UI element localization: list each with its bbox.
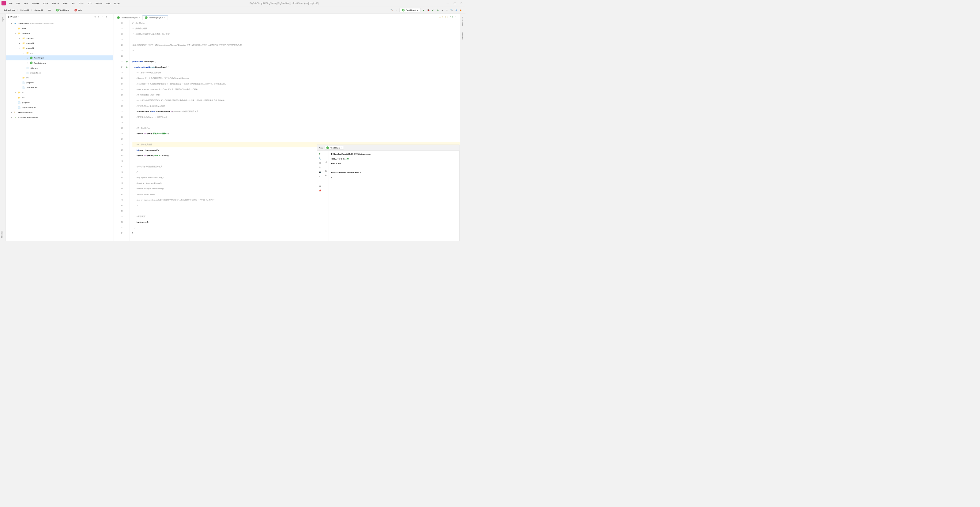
tree-item-chapter01[interactable]: ▸📁chapter01: [6, 35, 113, 40]
ide-errors-icon[interactable]: ▶: [460, 9, 463, 12]
tree-item-01javase[interactable]: ▾📁01JavaSE: [6, 30, 113, 35]
tree-item-bigdatastudy-iml[interactable]: 📄BigDataStudy.iml: [6, 105, 113, 110]
up-stack-icon[interactable]: ↑: [326, 152, 326, 154]
tree-item--gitignore[interactable]: 📄.gitignore: [6, 65, 113, 70]
menu-code[interactable]: Code: [41, 2, 50, 4]
stop-icon[interactable]: ■: [441, 9, 444, 12]
menu-view[interactable]: View: [22, 2, 30, 4]
run-console-output[interactable]: D:\Develop\Java\jdk1.8.0_371\bin\java.ex…: [329, 151, 460, 241]
structure-tool-tab[interactable]: Structure: [0, 229, 4, 239]
scroll-to-end-icon[interactable]: ⤓: [325, 165, 327, 167]
tree-item-chapter03[interactable]: ▾📁chapter03: [6, 46, 113, 51]
back-icon[interactable]: ↩: [395, 9, 398, 12]
line-number-gutter[interactable]: 1617181920212223242526272829303132333435…: [114, 20, 125, 241]
camera-icon[interactable]: 📷: [319, 171, 321, 173]
navigation-bar: BigDataStudy〉01JavaSE〉chapter03〉src〉CTes…: [0, 6, 466, 14]
inspection-widget[interactable]: ▲ 4 △ 1 ✓ 1 ˆ ˅: [438, 15, 458, 18]
breadcrumb-item[interactable]: CTest05Input: [56, 9, 70, 12]
settings-icon[interactable]: ⚙: [106, 16, 108, 18]
tree-item-teststatement[interactable]: ▸CTestStatement: [6, 60, 113, 65]
tree-item-chapter02[interactable]: ▸📁chapter02: [6, 41, 113, 46]
editor-tabs: CTestStatement.java×CTest05Input.java×: [114, 14, 460, 20]
pin-icon[interactable]: 📌: [319, 189, 321, 192]
view-mode-icon[interactable]: ▦: [319, 185, 321, 188]
editor-tab[interactable]: CTest05Input.java×: [142, 15, 168, 20]
hide-icon[interactable]: —: [110, 16, 111, 18]
dump-threads-icon[interactable]: ⎘: [320, 166, 321, 168]
tree-item-bigdatastudy[interactable]: ▾▣BigDataStudyD:\DingJiaxiong\BigDataStu…: [6, 21, 113, 26]
tree-item-out[interactable]: ▸📁out: [6, 90, 113, 95]
run-icon[interactable]: ▶: [422, 9, 425, 12]
app-icon: [2, 1, 6, 5]
sync-icon[interactable]: ⊕: [455, 9, 458, 12]
left-tool-gutter: Project Structure: [0, 14, 6, 241]
close-icon[interactable]: ✕: [460, 2, 463, 5]
breadcrumb-item[interactable]: BigDataStudy: [3, 9, 16, 12]
exit-icon[interactable]: ⇤: [320, 175, 321, 178]
tree-item--idea[interactable]: 📁.idea: [6, 26, 113, 30]
run-config-selector[interactable]: C Test05Input ▾: [399, 8, 420, 12]
menu-run[interactable]: Run: [70, 2, 77, 4]
database-tool-tab[interactable]: Database: [461, 30, 464, 41]
close-tab-icon[interactable]: ×: [164, 16, 165, 19]
menu-refactor[interactable]: Refactor: [50, 2, 61, 4]
tree-item-01javase-iml[interactable]: 📄01JavaSE.iml: [6, 85, 113, 90]
menu-help[interactable]: Help: [105, 2, 112, 4]
expand-all-icon[interactable]: ≡: [98, 16, 100, 18]
select-opened-file-icon[interactable]: ⊙: [94, 16, 96, 18]
tree-item-src[interactable]: ▾📁src: [6, 51, 113, 56]
warning-count: 4: [442, 16, 442, 18]
collapse-all-icon[interactable]: ⇥: [102, 16, 103, 18]
tree-item-test05input[interactable]: ▸CTest05Input: [6, 56, 113, 60]
tree-item--gitignore[interactable]: 📄.gitignore: [6, 80, 113, 85]
project-panel-header: ▦ Project ▾ ⊙ ≡ ⇥ ⚙ —: [6, 14, 113, 20]
stop-icon[interactable]: 🔧: [319, 157, 321, 159]
run-tab-label: Test05Input: [331, 147, 340, 149]
run-tab[interactable]: C Test05Input ×: [325, 146, 344, 149]
project-tree[interactable]: ▾▣BigDataStudyD:\DingJiaxiong\BigDataStu…: [6, 20, 113, 241]
coverage-icon[interactable]: ⬈: [431, 9, 434, 12]
layout-icon[interactable]: ▥: [319, 162, 321, 164]
menu-vcs[interactable]: VCS: [86, 2, 94, 4]
breadcrumb-item[interactable]: chapter03: [34, 9, 43, 12]
project-tool-tab[interactable]: Project: [2, 15, 4, 24]
menu-edit[interactable]: Edit: [14, 2, 22, 4]
menu-plugin[interactable]: Plugin: [112, 2, 122, 4]
breadcrumb-item[interactable]: src: [48, 9, 51, 12]
menu-tools[interactable]: Tools: [77, 2, 86, 4]
menu-file[interactable]: File: [7, 2, 14, 4]
chevron-up-down-icon[interactable]: ˆ ˅: [455, 16, 457, 18]
down-stack-icon[interactable]: ↓: [326, 156, 326, 159]
notifications-tool-tab[interactable]: Notifications: [461, 15, 464, 28]
close-tab-icon[interactable]: ×: [341, 147, 342, 149]
breadcrumb-item[interactable]: mmain: [74, 9, 83, 12]
tree-item-scratches-and-consoles[interactable]: ▸✎Scratches and Consoles: [6, 115, 113, 120]
chevron-down-icon[interactable]: ▾: [18, 16, 19, 18]
tree-item-src[interactable]: 📁src: [6, 95, 113, 100]
tree-item--gitignore[interactable]: 📄.gitignore: [6, 100, 113, 105]
rerun-icon[interactable]: ▶: [318, 152, 321, 155]
search-everywhere-icon[interactable]: 🔍: [450, 9, 453, 12]
minimize-icon[interactable]: —: [447, 2, 449, 5]
menu-window[interactable]: Window: [94, 2, 104, 4]
project-header-title: Project: [10, 16, 17, 18]
profiler-icon[interactable]: ◉: [436, 9, 439, 12]
breadcrumb: BigDataStudy〉01JavaSE〉chapter03〉src〉CTes…: [3, 9, 390, 12]
close-tab-icon[interactable]: ×: [139, 16, 140, 19]
build-icon[interactable]: 🔨: [390, 9, 393, 12]
menu-build[interactable]: Build: [61, 2, 70, 4]
editor-tab[interactable]: CTestStatement.java×: [115, 15, 142, 20]
gutter-icons[interactable]: ▶▶: [125, 20, 130, 241]
breadcrumb-item[interactable]: 01JavaSE: [20, 9, 30, 12]
debug-icon[interactable]: 🐞: [427, 9, 430, 12]
tree-item-chapter03-iml[interactable]: 📄chapter03.iml: [6, 70, 113, 75]
git-update-icon[interactable]: ⤓: [445, 9, 449, 12]
menu-navigate[interactable]: Navigate: [30, 2, 41, 4]
maximize-icon[interactable]: ▢: [453, 2, 456, 5]
tree-item-src[interactable]: 📁src: [6, 75, 113, 80]
print-icon[interactable]: 🖶: [325, 170, 327, 172]
tree-item-external-libraries[interactable]: ▸⊪External Libraries: [6, 110, 113, 115]
clear-all-icon[interactable]: 🗑: [325, 175, 327, 176]
run-panel-label: Run:: [319, 147, 323, 149]
soft-wrap-icon[interactable]: ⇉: [325, 161, 327, 163]
